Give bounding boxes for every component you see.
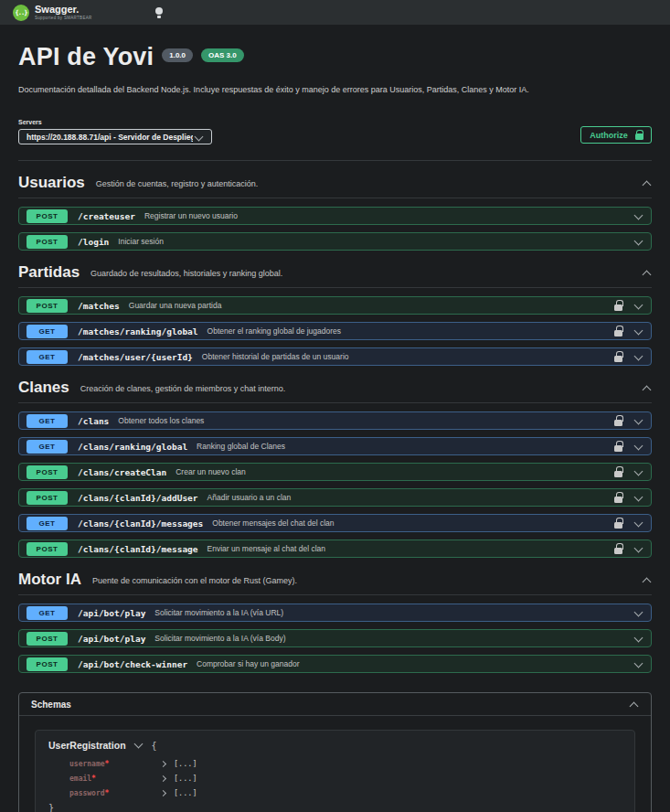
chevron-down-icon[interactable] <box>133 739 144 750</box>
endpoint-summary: Iniciar sesión <box>118 237 164 246</box>
chevron-right-icon[interactable] <box>161 775 169 783</box>
lock-icon[interactable] <box>614 351 622 362</box>
chevron-down-icon[interactable] <box>633 210 643 221</box>
lock-icon[interactable] <box>614 466 622 477</box>
swagger-logo-icon: {..} <box>13 5 29 21</box>
property-name: password* <box>69 789 161 797</box>
property-expand[interactable]: [...] <box>161 759 197 768</box>
property-value: [...] <box>174 788 197 797</box>
tag-title: Partidas <box>18 264 80 280</box>
endpoint-row[interactable]: POST /matches Guardar una nueva partida <box>18 296 652 315</box>
chevron-up-icon[interactable] <box>641 267 652 278</box>
property-expand[interactable]: [...] <box>161 774 197 783</box>
endpoint-row[interactable]: GET /clans/{clanId}/messages Obtener men… <box>18 514 652 532</box>
method-badge: POST <box>27 542 68 556</box>
chevron-down-icon[interactable] <box>633 543 643 554</box>
endpoint-path: /api/bot/check-winner <box>78 659 187 669</box>
chevron-down-icon[interactable] <box>633 658 643 669</box>
version-badge: 1.0.0 <box>162 48 193 62</box>
property-row: password* [...] <box>69 785 622 800</box>
endpoint-row[interactable]: GET /clans Obtener todos los clanes <box>18 411 652 430</box>
chevron-down-icon[interactable] <box>633 441 643 452</box>
tag-header-motor-ia[interactable]: Motor IA Puente de comunicación con el m… <box>18 572 652 595</box>
endpoint-row[interactable]: GET /matches/user/{userId} Obtener histo… <box>18 347 652 366</box>
tag-description: Guardado de resultados, historiales y ra… <box>90 269 282 280</box>
endpoint-row[interactable]: POST /clans/{clanId}/addUser Añadir usua… <box>18 488 652 507</box>
schemas-panel: Schemas UserRegistration { username* [..… <box>18 692 652 812</box>
method-badge: POST <box>27 632 68 646</box>
endpoint-row[interactable]: POST /api/bot/play Solicitar movimiento … <box>18 629 652 647</box>
property-expand[interactable]: [...] <box>161 788 197 797</box>
chevron-down-icon[interactable] <box>633 518 643 529</box>
chevron-down-icon[interactable] <box>633 300 643 311</box>
chevron-right-icon[interactable] <box>161 789 169 797</box>
swagger-logo[interactable]: {..} Swagger. Supported by SMARTBEAR <box>13 5 92 21</box>
chevron-up-icon[interactable] <box>628 699 639 710</box>
chevron-down-icon[interactable] <box>633 466 643 477</box>
method-badge: POST <box>27 235 68 249</box>
chevron-down-icon[interactable] <box>633 351 643 362</box>
lock-icon[interactable] <box>614 518 622 529</box>
lock-icon[interactable] <box>614 326 622 337</box>
lock-icon[interactable] <box>614 300 622 311</box>
endpoint-path: /api/bot/play <box>78 634 145 644</box>
chevron-down-icon[interactable] <box>633 633 643 644</box>
lightbulb-icon[interactable] <box>155 7 163 18</box>
lock-icon[interactable] <box>614 543 622 554</box>
endpoint-row[interactable]: POST /login Iniciar sesión <box>18 232 652 251</box>
method-badge: POST <box>27 491 68 505</box>
topbar: {..} Swagger. Supported by SMARTBEAR <box>0 0 670 25</box>
endpoint-summary: Solicitar movimiento a la IA (vía Body) <box>154 634 285 643</box>
chevron-up-icon[interactable] <box>641 177 652 188</box>
tag-section-clanes: Clanes Creación de clanes, gestión de mi… <box>18 379 652 558</box>
chevron-up-icon[interactable] <box>641 574 652 585</box>
method-badge: POST <box>27 657 68 671</box>
chevron-down-icon[interactable] <box>633 607 643 618</box>
endpoint-row[interactable]: POST /api/bot/check-winner Comprobar si … <box>18 655 652 673</box>
authorize-button[interactable]: Authorize <box>580 126 652 144</box>
chevron-up-icon[interactable] <box>641 382 652 393</box>
endpoint-row[interactable]: POST /createuser Registrar un nuevo usua… <box>18 207 652 225</box>
divider <box>18 160 652 161</box>
property-value: [...] <box>174 774 197 783</box>
close-brace: } <box>48 803 622 812</box>
endpoint-path: /createuser <box>78 211 135 221</box>
lock-icon[interactable] <box>614 492 622 503</box>
oas-badge: OAS 3.0 <box>201 48 244 62</box>
tag-description: Creación de clanes, gestión de miembros … <box>80 384 286 395</box>
property-value: [...] <box>174 759 197 768</box>
tag-header-partidas[interactable]: Partidas Guardado de resultados, histori… <box>18 264 652 288</box>
tag-section-motor-ia: Motor IA Puente de comunicación con el m… <box>18 572 652 673</box>
tag-section-partidas: Partidas Guardado de resultados, histori… <box>18 264 652 366</box>
chevron-right-icon[interactable] <box>161 760 169 768</box>
endpoint-row[interactable]: POST /clans/createClan Crear un nuevo cl… <box>18 463 652 481</box>
method-badge: POST <box>27 465 68 479</box>
endpoint-row[interactable]: GET /matches/ranking/global Obtener el r… <box>18 322 652 340</box>
tag-header-usuarios[interactable]: Usuarios Gestión de cuentas, registro y … <box>18 175 652 198</box>
server-select[interactable]: https://20.188.88.71/api - Servidor de D… <box>18 129 212 144</box>
schemas-header[interactable]: Schemas <box>19 693 651 716</box>
chevron-down-icon[interactable] <box>633 492 643 503</box>
servers-block: Servers https://20.188.88.71/api - Servi… <box>18 119 212 144</box>
tag-title: Clanes <box>18 379 69 395</box>
lock-icon[interactable] <box>614 441 622 452</box>
method-badge: GET <box>27 325 68 338</box>
method-badge: GET <box>27 414 68 428</box>
tag-header-clanes[interactable]: Clanes Creación de clanes, gestión de mi… <box>18 379 652 403</box>
method-badge: GET <box>27 606 68 620</box>
schemas-title: Schemas <box>31 700 71 710</box>
model-toggle[interactable]: UserRegistration { <box>48 740 622 751</box>
endpoint-row[interactable]: GET /clans/ranking/global Ranking global… <box>18 437 652 455</box>
endpoint-path: /clans/{clanId}/addUser <box>78 493 198 503</box>
required-asterisk: * <box>91 775 96 783</box>
endpoint-row[interactable]: GET /api/bot/play Solicitar movimiento a… <box>18 604 652 622</box>
endpoint-summary: Obtener el ranking global de jugadores <box>207 326 342 336</box>
authorize-button-label: Authorize <box>590 131 628 140</box>
chevron-down-icon[interactable] <box>633 415 643 426</box>
chevron-down-icon[interactable] <box>633 236 643 247</box>
endpoint-path: /matches/ranking/global <box>78 326 198 337</box>
endpoint-row[interactable]: POST /clans/{clanId}/message Enviar un m… <box>18 540 652 558</box>
endpoint-summary: Obtener mensajes del chat del clan <box>212 518 334 528</box>
chevron-down-icon[interactable] <box>633 326 643 337</box>
lock-icon[interactable] <box>614 415 622 426</box>
